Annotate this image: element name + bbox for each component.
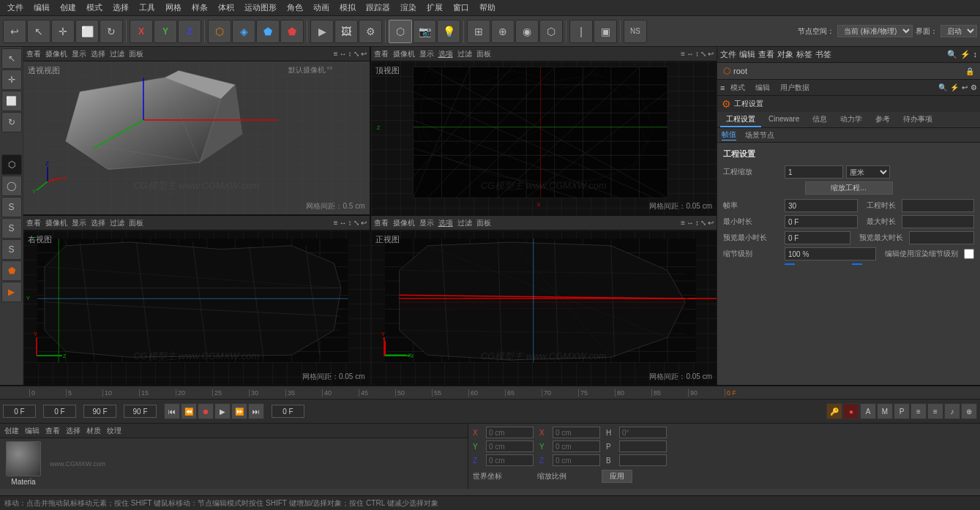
vp-right-nav-select[interactable]: 选择 bbox=[91, 218, 105, 228]
props-useanim-checkbox[interactable] bbox=[785, 263, 795, 265]
menu-edit[interactable]: 编辑 bbox=[29, 1, 54, 15]
vp-right-nav-panel[interactable]: 面板 bbox=[129, 218, 143, 228]
vp-front-nav-options[interactable]: 选项 bbox=[438, 218, 453, 228]
vp-right-ctrl-5[interactable]: ↩ bbox=[361, 219, 367, 227]
tl-play[interactable]: ▶ bbox=[214, 403, 231, 419]
vp-right-ctrl-2[interactable]: ↔ bbox=[340, 219, 347, 227]
menu-tools[interactable]: 工具 bbox=[135, 1, 160, 15]
toolbar-render-icon[interactable]: ▶ bbox=[310, 20, 334, 43]
vp-front-nav-look[interactable]: 查看 bbox=[374, 218, 389, 228]
vp-front-nav-display[interactable]: 显示 bbox=[419, 218, 434, 228]
props-refresh-icon[interactable]: ↩ bbox=[962, 83, 968, 91]
props-tab-userdata[interactable]: 用户数据 bbox=[776, 81, 814, 94]
tl-next-frame[interactable]: ⏩ bbox=[231, 403, 247, 419]
coords-x-input[interactable] bbox=[486, 427, 534, 438]
toolbar-grid-icon[interactable]: ⊞ bbox=[467, 20, 490, 43]
sidebar-sphere-icon[interactable]: ◯ bbox=[1, 176, 22, 196]
vp-top-nav-panel[interactable]: 面板 bbox=[476, 49, 491, 59]
toolbar-rotate-icon[interactable]: ↻ bbox=[100, 20, 123, 43]
sub-tab-ref[interactable]: 参考 bbox=[869, 113, 896, 127]
props-tab-mode-label[interactable]: 模式 bbox=[726, 81, 749, 94]
props-tab-edit[interactable]: 编辑 bbox=[751, 81, 774, 94]
coords-z2-input[interactable] bbox=[553, 454, 600, 466]
vp-right-ctrl-3[interactable]: ↕ bbox=[348, 219, 352, 227]
obj-tab-objects[interactable]: 对象 bbox=[777, 49, 793, 60]
sub-tab-info[interactable]: 信息 bbox=[807, 113, 833, 127]
menu-animate[interactable]: 动画 bbox=[309, 1, 334, 15]
node-space-dropdown[interactable]: 当前 (标准/物理) bbox=[837, 25, 913, 37]
vp-persp-ctrl-2[interactable]: ↔ bbox=[340, 50, 347, 58]
toolbar-snap-icon[interactable]: ⊕ bbox=[491, 20, 515, 43]
tl-goto-end[interactable]: ⏭ bbox=[248, 403, 264, 419]
vp-front-ctrl-1[interactable]: ≡ bbox=[681, 219, 685, 227]
toolbar-zaxis-icon[interactable]: Z bbox=[178, 20, 201, 43]
vp-front-ctrl-2[interactable]: ↔ bbox=[687, 219, 694, 227]
sidebar-rotate-icon[interactable]: ↻ bbox=[1, 112, 22, 132]
props-projtime-input[interactable] bbox=[902, 199, 975, 212]
vp-persp-nav-filter[interactable]: 过滤 bbox=[110, 49, 124, 59]
toolbar-light-icon[interactable]: 💡 bbox=[437, 20, 460, 43]
menu-spline[interactable]: 样条 bbox=[187, 1, 212, 15]
toolbar-3d-view-icon[interactable]: ⬡ bbox=[389, 20, 412, 43]
vp-top-ctrl-3[interactable]: ↕ bbox=[695, 50, 699, 58]
obj-tab-tags[interactable]: 标签 bbox=[796, 49, 812, 60]
vp-right-ctrl-1[interactable]: ≡ bbox=[334, 219, 338, 227]
menu-simulate[interactable]: 模拟 bbox=[335, 1, 360, 15]
props-mintime-input[interactable] bbox=[785, 215, 858, 228]
vp-right-nav-cam[interactable]: 摄像机 bbox=[45, 218, 67, 228]
vp-persp-nav-display[interactable]: 显示 bbox=[72, 49, 86, 59]
sidebar-texture-icon[interactable]: S bbox=[1, 218, 22, 239]
vp-top-ctrl-5[interactable]: ↩ bbox=[708, 50, 714, 58]
toolbar-render-view-icon[interactable]: 🖼 bbox=[334, 20, 358, 43]
menu-render[interactable]: 渲染 bbox=[396, 1, 421, 15]
tl-snap-icon[interactable]: P bbox=[894, 403, 910, 419]
toolbar-select-icon[interactable]: ↖ bbox=[27, 20, 51, 43]
sort-icon[interactable]: ↕ bbox=[973, 50, 978, 59]
menu-file[interactable]: 文件 bbox=[3, 1, 28, 15]
menu-tracker[interactable]: 跟踪器 bbox=[362, 1, 394, 15]
props-tab-mode[interactable]: ≡ bbox=[720, 83, 725, 92]
vp-persp-nav-panel[interactable]: 面板 bbox=[129, 49, 143, 59]
toolbar-render2-icon[interactable]: ▣ bbox=[594, 20, 617, 43]
menu-mograph[interactable]: 运动图形 bbox=[240, 1, 281, 15]
vp-top-ctrl-1[interactable]: ≡ bbox=[681, 50, 685, 58]
sidebar-material-icon[interactable]: S bbox=[1, 197, 22, 217]
vp-top-ctrl-4[interactable]: ⤡ bbox=[700, 50, 706, 58]
menu-window[interactable]: 窗口 bbox=[449, 1, 474, 15]
coords-z-input[interactable] bbox=[486, 454, 534, 466]
search-icon[interactable]: 🔍 bbox=[947, 50, 957, 59]
props-useexpr-checkbox[interactable] bbox=[852, 263, 862, 265]
vp-top-nav-look[interactable]: 查看 bbox=[374, 49, 389, 59]
vp-front-ctrl-4[interactable]: ⤡ bbox=[700, 219, 706, 227]
sidebar-cube-icon[interactable]: ⬡ bbox=[1, 154, 22, 175]
props-detail-input[interactable] bbox=[785, 247, 876, 260]
vp-right-nav-filter[interactable]: 过滤 bbox=[110, 218, 124, 228]
vp-persp-ctrl-4[interactable]: ⤡ bbox=[354, 50, 359, 58]
mat-material[interactable]: 材质 bbox=[86, 426, 101, 436]
menu-character[interactable]: 角色 bbox=[283, 1, 307, 15]
interface-dropdown[interactable]: 启动 bbox=[940, 25, 977, 37]
vp-front-nav-cam[interactable]: 摄像机 bbox=[393, 218, 415, 228]
tl-record[interactable]: ⏺ bbox=[198, 403, 214, 419]
vp-persp-ctrl-3[interactable]: ↕ bbox=[348, 50, 352, 58]
scale-project-button[interactable]: 缩放工程... bbox=[805, 181, 893, 195]
apply-button[interactable]: 应用 bbox=[602, 470, 632, 483]
right-viewport[interactable]: 查看 摄像机 显示 选择 过滤 面板 ≡ ↔ ↕ ⤡ ↩ 右视图 bbox=[23, 216, 371, 385]
tl-layers-icon[interactable]: ≡ bbox=[910, 403, 927, 419]
tl-prev-frame[interactable]: ⏪ bbox=[181, 403, 197, 419]
timeline-current-frame[interactable] bbox=[3, 405, 36, 418]
sub-tab-cineware[interactable]: Cineware bbox=[763, 113, 805, 126]
sub2-tab-scene[interactable]: 场景节点 bbox=[745, 130, 774, 140]
mat-texture[interactable]: 纹理 bbox=[107, 426, 121, 436]
toolbar-settings-icon[interactable]: ⚙ bbox=[359, 20, 382, 43]
toolbar-line1-icon[interactable]: | bbox=[569, 20, 593, 43]
sidebar-paint-icon[interactable]: S bbox=[1, 239, 22, 260]
vp-front-nav-panel[interactable]: 面板 bbox=[476, 218, 491, 228]
perspective-viewport[interactable]: 查看 摄像机 显示 选择 过滤 面板 ≡ ↔ ↕ ⤡ ↩ 透视视图 bbox=[23, 47, 371, 214]
props-filter-icon[interactable]: ⚡ bbox=[950, 83, 959, 91]
obj-tab-view[interactable]: 查看 bbox=[758, 49, 774, 60]
vp-front-ctrl-3[interactable]: ↕ bbox=[695, 219, 699, 227]
vp-top-nav-options[interactable]: 选项 bbox=[438, 49, 453, 59]
tl-layers2-icon[interactable]: ≡ bbox=[927, 403, 943, 419]
vp-front-nav-filter[interactable]: 过滤 bbox=[457, 218, 472, 228]
